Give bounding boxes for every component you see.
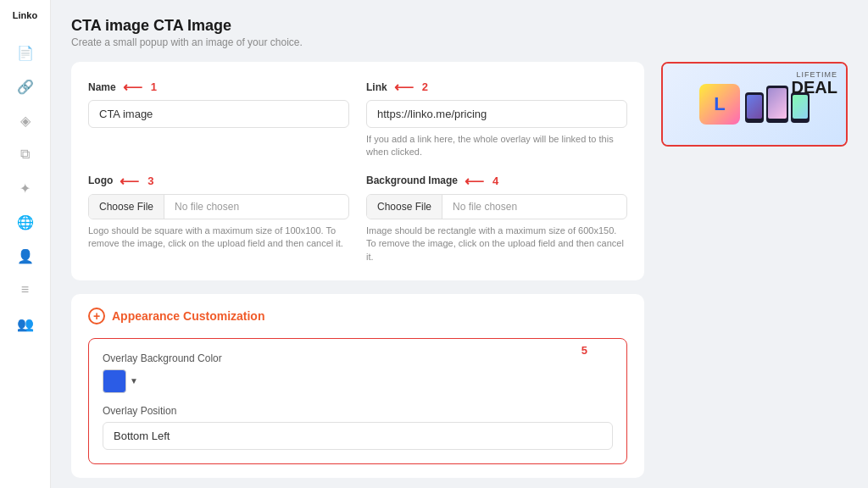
link-arrow-icon: ⟵: [394, 79, 414, 95]
form-card: Name ⟵ 1 Link ⟵ 2 I: [71, 62, 644, 280]
link-hint: If you add a link here, the whole overla…: [366, 133, 627, 159]
logo-file-input: Choose File No file chosen: [88, 194, 349, 219]
preview-deal-text: LIFETIME DEAL: [792, 70, 837, 96]
preview-logo: L: [699, 84, 740, 125]
phone-small: [745, 92, 764, 123]
sidebar-icon-file[interactable]: 📄: [10, 37, 41, 68]
sidebar-icon-globe[interactable]: 🌐: [10, 207, 41, 237]
appearance-annotation: 5: [581, 344, 587, 357]
phone-tall: [766, 86, 788, 123]
bg-file-input: Choose File No file chosen: [366, 194, 627, 219]
logo-arrow-icon: ⟵: [120, 173, 139, 189]
form-grid: Name ⟵ 1 Link ⟵ 2 I: [88, 79, 627, 263]
phone-small-2: [791, 92, 810, 123]
name-label: Name ⟵ 1: [88, 79, 349, 95]
app-logo: Linko: [13, 10, 37, 20]
preview-card: L LIFETIME: [661, 62, 848, 488]
main-content: CTA image CTA Image Create a small popup…: [51, 0, 868, 488]
preview-deal-word: DEAL: [792, 79, 837, 96]
logo-file-chosen-label: No file chosen: [164, 195, 249, 219]
sidebar-icon-user[interactable]: 👤: [10, 241, 41, 271]
appearance-header: + Appearance Customization: [88, 308, 627, 324]
bg-image-field-group: Background Image ⟵ 4 Choose File No file…: [366, 173, 627, 263]
bg-arrow-icon: ⟵: [465, 173, 484, 189]
preview-image-box: L LIFETIME: [661, 62, 848, 147]
logo-label: Logo ⟵ 3: [88, 173, 349, 189]
logo-field-group: Logo ⟵ 3 Choose File No file chosen Logo…: [88, 173, 349, 263]
phone-screen-tall: [768, 88, 787, 119]
link-label: Link ⟵ 2: [366, 79, 627, 95]
appearance-card: 5 Overlay Background Color ▼ Overlay Pos…: [88, 338, 627, 464]
sidebar-icon-list[interactable]: ≡: [10, 274, 41, 305]
overlay-color-label: Overlay Background Color: [103, 352, 613, 364]
sidebar: Linko 📄 🔗 ◈ ⧉ ✦ 🌐 👤 ≡ 👥: [0, 0, 51, 488]
page-title: CTA image CTA Image: [71, 17, 848, 35]
page-header: CTA image CTA Image Create a small popup…: [71, 17, 848, 48]
logo-choose-file-button[interactable]: Choose File: [89, 195, 164, 219]
bg-hint: Image should be rectangle with a maximum…: [366, 225, 627, 263]
sidebar-icon-sparkle[interactable]: ✦: [10, 173, 41, 203]
color-picker-wrapper: ▼: [103, 369, 613, 393]
appearance-section: + Appearance Customization 5 Overlay Bac…: [71, 294, 644, 478]
overlay-position-select[interactable]: Bottom LeftBottom RightTop LeftTop Right: [103, 422, 613, 450]
content-area: Name ⟵ 1 Link ⟵ 2 I: [71, 62, 848, 488]
name-input[interactable]: [88, 100, 349, 128]
color-swatch[interactable]: [103, 369, 126, 393]
name-field-group: Name ⟵ 1: [88, 79, 349, 159]
sidebar-icon-copy[interactable]: ⧉: [10, 139, 41, 169]
page-subtitle: Create a small popup with an image of yo…: [71, 36, 848, 48]
bg-file-chosen-label: No file chosen: [442, 195, 527, 219]
sidebar-icon-link[interactable]: 🔗: [10, 71, 41, 102]
phone-screen-small: [747, 95, 762, 119]
overlay-position-label: Overlay Position: [103, 405, 613, 417]
bg-image-label: Background Image ⟵ 4: [366, 173, 627, 189]
left-panel: Name ⟵ 1 Link ⟵ 2 I: [71, 62, 644, 488]
color-row: Overlay Background Color ▼: [103, 352, 613, 393]
position-row: Overlay Position Bottom LeftBottom Right…: [103, 405, 613, 450]
link-field-group: Link ⟵ 2 If you add a link here, the who…: [366, 79, 627, 159]
sidebar-icon-cube[interactable]: ◈: [10, 105, 41, 136]
color-dropdown-icon[interactable]: ▼: [130, 376, 138, 385]
sidebar-icon-contact[interactable]: 👥: [10, 308, 41, 339]
bg-choose-file-button[interactable]: Choose File: [367, 195, 442, 219]
appearance-toggle-icon[interactable]: +: [88, 308, 105, 324]
preview-inner: L LIFETIME: [663, 64, 846, 145]
phone-screen-small-2: [793, 95, 808, 119]
link-input[interactable]: [366, 100, 627, 128]
logo-hint: Logo should be square with a maximum siz…: [88, 225, 349, 251]
appearance-title: Appearance Customization: [112, 309, 264, 323]
name-arrow-icon: ⟵: [123, 79, 142, 95]
